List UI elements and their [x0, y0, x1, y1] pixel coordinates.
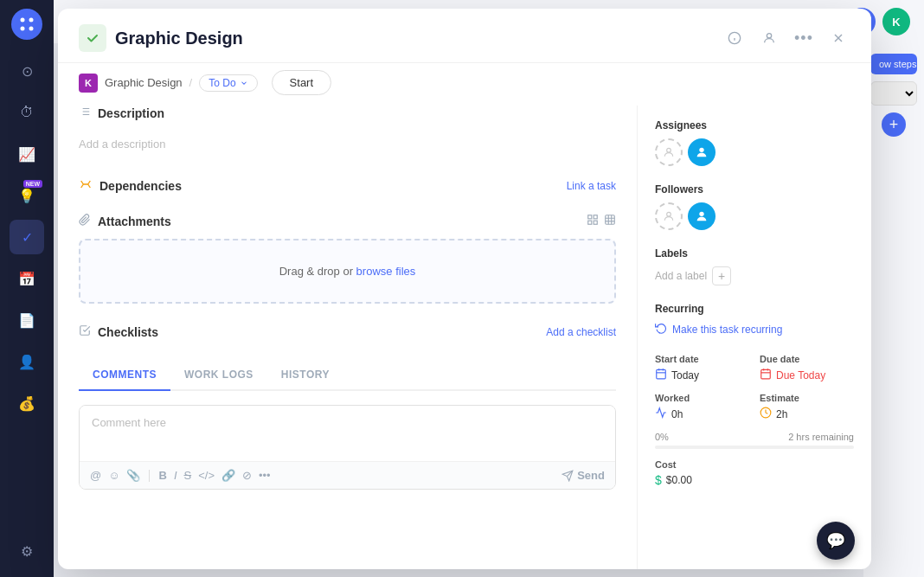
progress-text-row: 0% 2 hrs remaining — [655, 432, 854, 442]
sidebar-item-reports[interactable]: 📄 — [10, 303, 44, 337]
sidebar-item-insights[interactable]: 💡 NEW — [10, 178, 44, 213]
attachments-section: Attachments — [79, 214, 616, 304]
make-recurring-button[interactable]: Make this task recurring — [655, 322, 854, 337]
show-steps-button[interactable]: ow steps — [870, 54, 917, 74]
analytics-icon: 📈 — [18, 146, 35, 163]
modal-body: Description Add a description Dependenci… — [58, 106, 871, 569]
sidebar-item-calendar[interactable]: 📅 — [10, 261, 44, 296]
follower-avatar-1[interactable] — [688, 202, 715, 230]
estimate-value[interactable]: 2h — [760, 407, 854, 421]
add-label-placeholder: Add a label — [655, 270, 707, 282]
sidebar-item-analytics[interactable]: 📈 — [10, 137, 44, 171]
dates-grid: Start date Today Due date — [655, 354, 854, 382]
description-icon — [79, 106, 91, 120]
browse-files-link[interactable]: browse files — [356, 265, 416, 278]
cost-value: $ $0.00 — [655, 473, 854, 487]
italic-icon[interactable]: I — [174, 469, 177, 482]
projects-icon: ✓ — [22, 229, 33, 246]
svg-point-1 — [29, 18, 34, 22]
chat-bubble[interactable]: 💬 — [817, 522, 855, 560]
recurring-section: Recurring Make this task recurring — [655, 303, 854, 337]
dependencies-section: Dependencies Link a task — [79, 178, 616, 193]
sidebar: ⊙ ⏱ 📈 💡 NEW ✓ 📅 📄 👤 💰 ⚙ — [0, 0, 54, 577]
svg-rect-19 — [594, 221, 597, 224]
mention-icon[interactable]: @ — [90, 469, 101, 482]
sidebar-item-people[interactable]: 👤 — [10, 344, 44, 379]
toolbar-separator-1 — [149, 470, 150, 482]
more-options-icon[interactable]: ••• — [792, 26, 816, 50]
attachment-dropzone[interactable]: Drag & drop or browse files — [79, 239, 616, 304]
add-follower-button[interactable] — [655, 202, 683, 230]
tab-history[interactable]: HISTORY — [267, 360, 343, 391]
sidebar-logo[interactable] — [11, 9, 42, 40]
worked-grid: Worked 0h Estimate — [655, 393, 854, 421]
strikethrough-icon[interactable]: S — [184, 469, 192, 482]
modal-title: Graphic Design — [115, 29, 243, 48]
send-button[interactable]: Send — [561, 469, 605, 482]
list-view-icon[interactable] — [587, 214, 599, 228]
description-header: Description — [79, 106, 616, 120]
person-icon[interactable] — [757, 26, 781, 50]
start-button[interactable]: Start — [272, 70, 331, 95]
sidebar-item-finance[interactable]: 💰 — [10, 386, 44, 420]
dropzone-text: Drag & drop or — [279, 265, 356, 278]
progress-row: 0% 2 hrs remaining — [655, 432, 854, 449]
description-placeholder[interactable]: Add a description — [79, 131, 616, 157]
attach-icon[interactable]: 📎 — [126, 469, 140, 482]
link-task-button[interactable]: Link a task — [567, 180, 616, 192]
code-icon[interactable]: </> — [198, 469, 215, 482]
right-teaser-add-button[interactable]: + — [882, 112, 906, 137]
due-date-value[interactable]: Due Today — [760, 368, 854, 382]
add-assignee-button[interactable] — [655, 138, 683, 166]
assignee-avatar-1[interactable] — [688, 138, 715, 166]
recurring-icon — [655, 322, 667, 337]
start-date-item: Start date Today — [655, 354, 749, 382]
link-icon[interactable]: 🔗 — [221, 469, 235, 482]
due-date-icon — [760, 368, 772, 382]
dependencies-icon — [79, 178, 93, 193]
description-section: Description Add a description — [79, 106, 616, 157]
format-clear-icon[interactable]: ⊘ — [242, 469, 252, 482]
svg-rect-16 — [588, 215, 592, 219]
bold-icon[interactable]: B — [158, 469, 166, 482]
svg-point-27 — [667, 148, 671, 152]
tab-comments[interactable]: COMMENTS — [79, 360, 170, 391]
breadcrumb-status-badge[interactable]: To Do — [199, 74, 257, 92]
info-icon[interactable] — [722, 26, 747, 50]
comment-input[interactable] — [80, 406, 615, 458]
followers-section: Followers — [655, 183, 854, 230]
cost-label: Cost — [655, 459, 854, 470]
sidebar-item-time[interactable]: ⏱ — [10, 95, 44, 130]
estimate-label: Estimate — [760, 393, 854, 403]
emoji-icon[interactable]: ☺ — [108, 469, 119, 482]
sidebar-item-dashboard[interactable]: ⊙ — [10, 54, 44, 88]
grid-view-icon[interactable] — [604, 214, 616, 228]
add-checklist-button[interactable]: Add a checklist — [546, 326, 616, 338]
start-date-value[interactable]: Today — [655, 368, 749, 382]
topbar-avatar-k[interactable]: K — [882, 8, 910, 35]
worked-value[interactable]: 0h — [655, 407, 749, 421]
tab-work-logs[interactable]: WORK LOGS — [170, 360, 267, 391]
worked-item: Worked 0h — [655, 393, 749, 421]
assignees-section: Assignees — [655, 119, 854, 166]
attachments-header: Attachments — [79, 214, 616, 228]
labels-section: Labels Add a label + — [655, 247, 854, 285]
description-section-title: Description — [98, 106, 164, 120]
attachments-icon — [79, 214, 91, 228]
labels-row: Add a label + — [655, 266, 854, 285]
dashboard-icon: ⊙ — [22, 63, 33, 80]
sidebar-item-settings[interactable]: ⚙ — [10, 534, 44, 568]
more-tools-icon[interactable]: ••• — [259, 469, 271, 482]
comment-tools: @ ☺ 📎 B I S </> 🔗 ⊘ ••• — [90, 469, 271, 482]
svg-point-2 — [21, 27, 25, 31]
right-teaser-dropdown[interactable] — [870, 81, 917, 106]
task-status-icon — [79, 24, 106, 52]
modal-close-button[interactable] — [826, 26, 850, 50]
dependencies-header: Dependencies Link a task — [79, 178, 616, 193]
svg-point-29 — [667, 212, 671, 216]
add-label-button[interactable]: + — [712, 266, 731, 285]
estimate-icon — [760, 407, 772, 421]
svg-rect-20 — [606, 215, 615, 225]
sidebar-item-projects[interactable]: ✓ — [10, 220, 44, 254]
checklists-section: Checklists Add a checklist — [79, 324, 616, 339]
